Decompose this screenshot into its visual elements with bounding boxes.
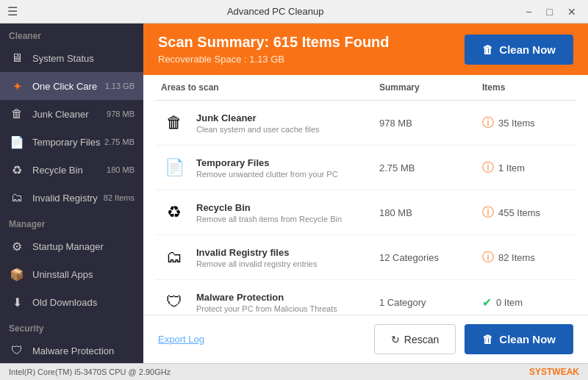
- row-info-4: 🛡 Malware Protection Protect your PC fro…: [161, 289, 379, 315]
- recycle-icon: ♻: [9, 162, 25, 178]
- sidebar-item-old-downloads[interactable]: ⬇ Old Downloads: [0, 288, 143, 316]
- row-summary-3: 12 Categories: [379, 252, 482, 263]
- row-info-3: 🗂 Invalid Registry files Remove all inva…: [161, 244, 379, 270]
- sidebar-label-invalid-registry: Invalid Registry: [32, 193, 101, 204]
- sidebar-item-temporary-files[interactable]: 📄 Temporary Files 2.75 MB: [0, 128, 143, 156]
- sidebar-label-one-click-care: One Click Care: [32, 81, 102, 92]
- table-row: 🗂 Invalid Registry files Remove all inva…: [155, 235, 576, 280]
- sidebar-item-startup-manager[interactable]: ⚙ Startup Manager: [0, 232, 143, 260]
- row-desc-3: Remove all invalid registry entries: [196, 259, 317, 268]
- rescan-icon: ↻: [391, 334, 400, 345]
- sidebar-label-recycle-bin: Recycle Bin: [32, 165, 104, 176]
- sidebar-item-recycle-bin[interactable]: ♻ Recycle Bin 180 MB: [0, 156, 143, 184]
- sidebar-label-uninstall-apps: Uninstall Apps: [32, 269, 135, 280]
- row-info-0: 🗑 Junk Cleaner Clean system and user cac…: [161, 110, 379, 136]
- menu-icon[interactable]: ☰: [7, 4, 18, 18]
- row-summary-2: 180 MB: [379, 207, 482, 218]
- scan-subtitle: Recoverable Space : 1.13 GB: [158, 54, 390, 65]
- row-icon-3: 🗂: [161, 244, 187, 270]
- row-summary-0: 978 MB: [379, 118, 482, 129]
- scan-header-info: Scan Summary: 615 Items Found Recoverabl…: [158, 34, 390, 65]
- title-bar: ☰ Advanced PC Cleanup − □ ✕: [0, 0, 588, 24]
- rescan-button[interactable]: ↻ Rescan: [374, 324, 456, 354]
- sidebar-item-malware-protection[interactable]: 🛡 Malware Protection: [0, 337, 143, 363]
- cleaner-section-label: Cleaner: [0, 24, 143, 44]
- sidebar-item-invalid-registry[interactable]: 🗂 Invalid Registry 82 Items: [0, 184, 143, 212]
- download-icon: ⬇: [9, 294, 25, 310]
- clean-now-button-bottom[interactable]: 🗑 Clean Now: [465, 324, 573, 354]
- row-items-1: ⓘ 1 Item: [482, 160, 570, 176]
- sidebar-label-startup-manager: Startup Manager: [32, 241, 135, 252]
- row-icon-4: 🛡: [161, 289, 187, 315]
- row-desc-0: Clean system and user cache files: [196, 125, 320, 134]
- temporary-files-badge: 2.75 MB: [104, 137, 135, 146]
- row-title-2: Recycle Bin: [196, 202, 342, 213]
- row-info-1: 📄 Temporary Files Remove unwanted clutte…: [161, 154, 379, 181]
- row-items-3: ⓘ 82 Items: [482, 250, 570, 265]
- uninstall-icon: 📦: [9, 266, 25, 282]
- table-row: 🗑 Junk Cleaner Clean system and user cac…: [155, 101, 576, 146]
- clean-now-label-top: Clean Now: [499, 43, 556, 56]
- sidebar-label-old-downloads: Old Downloads: [32, 297, 135, 308]
- manager-section-label: Manager: [0, 212, 143, 232]
- recycle-bin-badge: 180 MB: [107, 165, 135, 174]
- row-title-1: Temporary Files: [196, 157, 338, 168]
- sidebar-item-uninstall-apps[interactable]: 📦 Uninstall Apps: [0, 260, 143, 288]
- row-items-2: ⓘ 455 Items: [482, 205, 570, 221]
- row-items-count-0: 35 Items: [498, 118, 535, 129]
- sidebar-label-temporary-files: Temporary Files: [32, 137, 101, 148]
- clean-now-button-top[interactable]: 🗑 Clean Now: [465, 35, 573, 65]
- col-summary: Summary: [379, 82, 482, 93]
- row-icon-0: 🗑: [161, 110, 187, 136]
- row-desc-2: Remove all trash items from Recycle Bin: [196, 215, 342, 223]
- sidebar-item-system-status[interactable]: 🖥 System Status: [0, 44, 143, 72]
- table-header: Areas to scan Summary Items: [155, 75, 576, 101]
- row-title-4: Malware Protection: [196, 292, 337, 303]
- invalid-registry-badge: 82 Items: [104, 193, 135, 202]
- table-row: ♻ Recycle Bin Remove all trash items fro…: [155, 190, 576, 235]
- sidebar-item-one-click-care[interactable]: ✦ One Click Care 1.13 GB: [0, 72, 143, 100]
- row-status-icon-2: ⓘ: [482, 205, 494, 221]
- one-click-care-badge: 1.13 GB: [105, 82, 135, 90]
- temp-icon: 📄: [9, 134, 25, 150]
- row-items-count-4: 0 Item: [496, 297, 523, 308]
- junk-icon: 🗑: [9, 106, 25, 122]
- maximize-button[interactable]: □: [542, 4, 557, 19]
- sys-text: SYS: [529, 367, 547, 377]
- row-status-icon-1: ⓘ: [482, 160, 494, 176]
- security-section-label: Security: [0, 316, 143, 337]
- scan-header: Scan Summary: 615 Items Found Recoverabl…: [143, 24, 588, 75]
- sidebar-item-junk-cleaner[interactable]: 🗑 Junk Cleaner 978 MB: [0, 100, 143, 128]
- clean-now-label-bottom: Clean Now: [499, 333, 556, 345]
- row-status-icon-4: ✔: [482, 295, 492, 309]
- row-summary-4: 1 Category: [379, 297, 482, 308]
- minimize-button[interactable]: −: [521, 4, 536, 19]
- startup-icon: ⚙: [9, 238, 25, 254]
- table-area: Areas to scan Summary Items 🗑 Junk Clean…: [143, 75, 588, 315]
- row-desc-4: Protect your PC from Malicious Threats: [196, 304, 337, 313]
- row-icon-1: 📄: [161, 154, 187, 181]
- monitor-icon: 🖥: [9, 50, 25, 66]
- row-desc-1: Remove unwanted clutter from your PC: [196, 170, 338, 179]
- registry-icon: 🗂: [9, 190, 25, 206]
- tweak-text: TWEAK: [547, 367, 579, 377]
- row-title-0: Junk Cleaner: [196, 112, 320, 123]
- rescan-label: Rescan: [404, 334, 439, 345]
- table-row: 🛡 Malware Protection Protect your PC fro…: [155, 280, 576, 315]
- table-footer: Export Log ↻ Rescan 🗑 Clean Now: [143, 315, 588, 363]
- col-areas: Areas to scan: [161, 82, 379, 93]
- table-row: 📄 Temporary Files Remove unwanted clutte…: [155, 146, 576, 190]
- app-title: Advanced PC Cleanup: [29, 6, 521, 17]
- sidebar-label-malware-protection: Malware Protection: [32, 345, 135, 356]
- shield-icon: 🛡: [9, 343, 25, 359]
- row-info-2: ♻ Recycle Bin Remove all trash items fro…: [161, 199, 379, 226]
- export-log-link[interactable]: Export Log: [158, 334, 204, 345]
- sidebar: Cleaner 🖥 System Status ✦ One Click Care…: [0, 24, 143, 363]
- window-controls: − □ ✕: [521, 4, 581, 19]
- cpu-label: Intel(R) Core(TM) i5-3470S CPU @ 2.90GHz: [9, 368, 171, 376]
- systweak-logo: SYSTWEAK: [529, 367, 579, 377]
- row-items-count-2: 455 Items: [498, 207, 540, 218]
- close-button[interactable]: ✕: [563, 4, 581, 19]
- sidebar-label-system-status: System Status: [32, 53, 135, 64]
- os-bar: Intel(R) Core(TM) i5-3470S CPU @ 2.90GHz…: [0, 363, 588, 380]
